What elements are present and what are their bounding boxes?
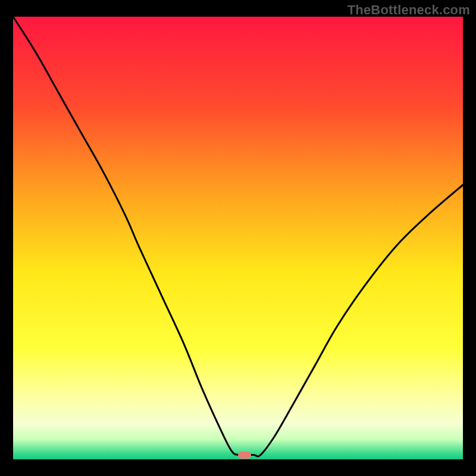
chart-plot-area [13,17,463,459]
chart-frame: TheBottleneck.com [0,0,476,476]
gradient-background [13,17,463,459]
chart-svg [13,17,463,459]
watermark-text: TheBottleneck.com [347,2,470,18]
optimal-point-marker [238,452,251,459]
